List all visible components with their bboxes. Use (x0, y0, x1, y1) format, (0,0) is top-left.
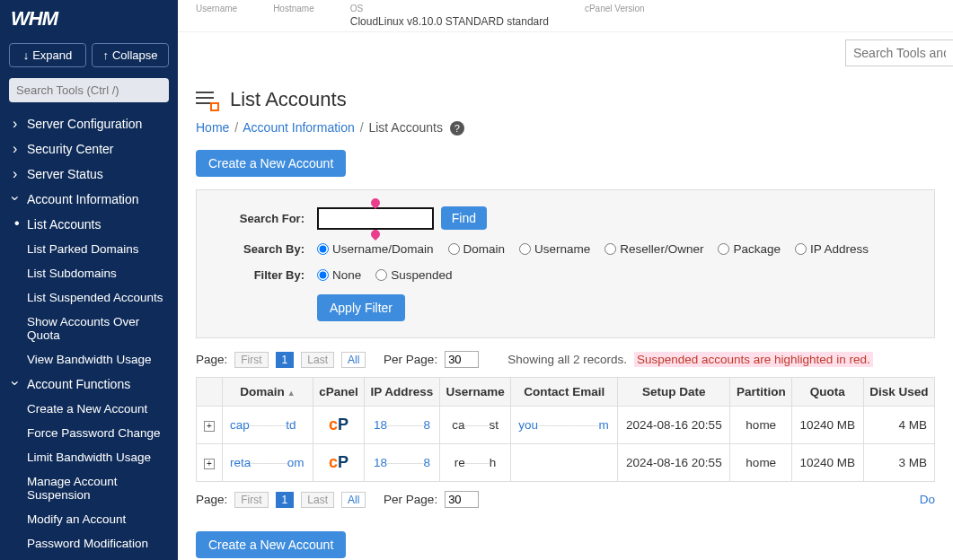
search-for-input[interactable] (317, 207, 434, 230)
username-cell: re——h (439, 444, 510, 482)
column-header-quota[interactable]: Quota (792, 378, 864, 407)
filter-panel: Search For: Find Search By: Username/Dom… (196, 189, 935, 338)
sidebar-item-account-functions[interactable]: Account Functions (0, 372, 178, 397)
per-page-input[interactable] (445, 491, 479, 508)
breadcrumb-current: List Accounts (368, 120, 443, 135)
search-by-label: Search By: (215, 242, 304, 256)
filterby-option-none[interactable]: None (317, 268, 361, 282)
column-header-cpanel[interactable]: cPanel (313, 378, 364, 407)
page-first-button[interactable]: First (234, 492, 268, 508)
help-icon[interactable]: ? (450, 121, 464, 136)
pager-top: Page: First 1 Last All Per Page: Showing… (196, 351, 935, 368)
sidebar-item-force-password-change[interactable]: Force Password Change (0, 421, 178, 445)
sidebar-item-server-status[interactable]: Server Status (0, 162, 178, 187)
page-1-button[interactable]: 1 (276, 492, 295, 508)
tools-search-input[interactable] (845, 39, 953, 66)
page-last-button[interactable]: Last (301, 492, 334, 508)
expand-button[interactable]: ↓Expand (9, 43, 86, 67)
topbar-username-label: Username (196, 4, 237, 13)
column-header-ip-address[interactable]: IP Address (365, 378, 440, 407)
domain-link[interactable]: reta———om (230, 456, 304, 469)
breadcrumb: Home / Account Information / List Accoun… (196, 120, 935, 136)
topbar-os-label: OS (350, 4, 549, 13)
column-header-username[interactable]: Username (439, 378, 510, 407)
searchby-option-reseller-owner[interactable]: Reseller/Owner (604, 242, 703, 256)
whm-logo: WHM (0, 0, 178, 38)
quota-cell: 10240 MB (792, 407, 864, 444)
searchby-option-package[interactable]: Package (718, 242, 781, 256)
find-button[interactable]: Find (441, 206, 487, 230)
sidebar-item-modify-an-account[interactable]: Modify an Account (0, 507, 178, 531)
setup-cell: 2024-08-16 20:55 (618, 407, 730, 444)
sidebar-item-server-configuration[interactable]: Server Configuration (0, 111, 178, 136)
breadcrumb-home[interactable]: Home (196, 120, 229, 135)
sidebar-item-show-accounts-over-quota[interactable]: Show Accounts Over Quota (0, 310, 178, 347)
per-page-input[interactable] (445, 351, 479, 368)
list-accounts-icon (196, 90, 221, 109)
searchby-option-domain[interactable]: Domain (448, 242, 506, 256)
expand-row-button[interactable]: + (204, 421, 215, 432)
column-header-setup-date[interactable]: Setup Date (618, 378, 730, 407)
column-header-contact-email[interactable]: Contact Email (511, 378, 618, 407)
page-all-button[interactable]: All (341, 492, 366, 508)
accounts-table: Domain▲cPanelIP AddressUsernameContact E… (196, 377, 935, 482)
breadcrumb-account-info[interactable]: Account Information (243, 120, 355, 135)
sidebar-item-list-suspended-accounts[interactable]: List Suspended Accounts (0, 285, 178, 310)
create-account-button-bottom[interactable]: Create a New Account (196, 531, 346, 558)
disk-used-cell: 4 MB (863, 407, 934, 444)
sidebar-item-list-subdomains[interactable]: List Subdomains (0, 261, 178, 285)
marker-icon (369, 227, 382, 240)
expand-row-button[interactable]: + (204, 459, 215, 469)
searchby-option-username-domain[interactable]: Username/Domain (317, 242, 434, 256)
ip-link[interactable]: 18———8 (374, 456, 430, 469)
arrow-up-icon: ↑ (102, 48, 109, 62)
search-for-label: Search For: (215, 212, 304, 225)
column-header-domain[interactable]: Domain▲ (223, 378, 313, 407)
cpanel-icon[interactable]: cP (329, 416, 349, 433)
partition-cell: home (730, 444, 792, 482)
do-link[interactable]: Do (920, 493, 935, 506)
apply-filter-button[interactable]: Apply Filter (317, 294, 405, 321)
page-1-button[interactable]: 1 (276, 352, 295, 368)
sidebar-item-list-parked-domains[interactable]: List Parked Domains (0, 237, 178, 261)
arrow-down-icon: ↓ (23, 48, 30, 62)
sidebar: WHM ↓Expand ↑Collapse Server Configurati… (0, 0, 178, 560)
page-all-button[interactable]: All (341, 352, 366, 368)
sidebar-item-password-modification[interactable]: Password Modification (0, 531, 178, 556)
cpanel-icon[interactable]: cP (329, 453, 349, 471)
page-title: List Accounts (230, 88, 347, 111)
table-row: +reta———omcP18———8re——h2024-08-16 20:55h… (197, 444, 935, 482)
filterby-option-suspended[interactable]: Suspended (375, 268, 452, 282)
partition-cell: home (730, 407, 792, 444)
topbar: Username Hostname OSCloudLinux v8.10.0 S… (178, 0, 953, 32)
table-row: +cap———tdcP18———8ca——styou—————m2024-08-… (197, 407, 935, 444)
email-link[interactable]: you—————m (518, 418, 609, 432)
pager-bottom: Page: First 1 Last All Per Page: Do (196, 491, 935, 508)
topbar-cpver-label: cPanel Version (585, 4, 645, 13)
page-last-button[interactable]: Last (301, 352, 334, 368)
sidebar-item-manage-account-suspension[interactable]: Manage Account Suspension (0, 469, 178, 507)
searchby-option-ip-address[interactable]: IP Address (795, 242, 869, 256)
disk-used-cell: 3 MB (863, 444, 934, 482)
sort-asc-icon: ▲ (287, 389, 296, 398)
ip-link[interactable]: 18———8 (374, 418, 430, 432)
sidebar-item-create-a-new-account[interactable]: Create a New Account (0, 397, 178, 421)
topbar-hostname-label: Hostname (273, 4, 314, 13)
suspended-note: Suspended accounts are highlighted in re… (634, 352, 873, 367)
sidebar-item-view-bandwidth-usage[interactable]: View Bandwidth Usage (0, 347, 178, 372)
create-account-button[interactable]: Create a New Account (196, 150, 346, 177)
topbar-os-value: CloudLinux v8.10.0 STANDARD standard (350, 15, 549, 28)
filter-by-label: Filter By: (215, 268, 304, 282)
sidebar-search-input[interactable] (9, 78, 169, 102)
column-header-partition[interactable]: Partition (730, 378, 792, 407)
sidebar-item-list-accounts[interactable]: List Accounts (0, 212, 178, 237)
sidebar-item-account-information[interactable]: Account Information (0, 187, 178, 212)
collapse-button[interactable]: ↑Collapse (92, 43, 169, 67)
sidebar-item-security-center[interactable]: Security Center (0, 136, 178, 162)
records-info: Showing all 2 records. (507, 353, 627, 366)
sidebar-item-limit-bandwidth-usage[interactable]: Limit Bandwidth Usage (0, 445, 178, 469)
page-first-button[interactable]: First (234, 352, 268, 368)
searchby-option-username[interactable]: Username (519, 242, 590, 256)
domain-link[interactable]: cap———td (230, 418, 296, 432)
column-header-disk-used[interactable]: Disk Used (863, 378, 934, 407)
